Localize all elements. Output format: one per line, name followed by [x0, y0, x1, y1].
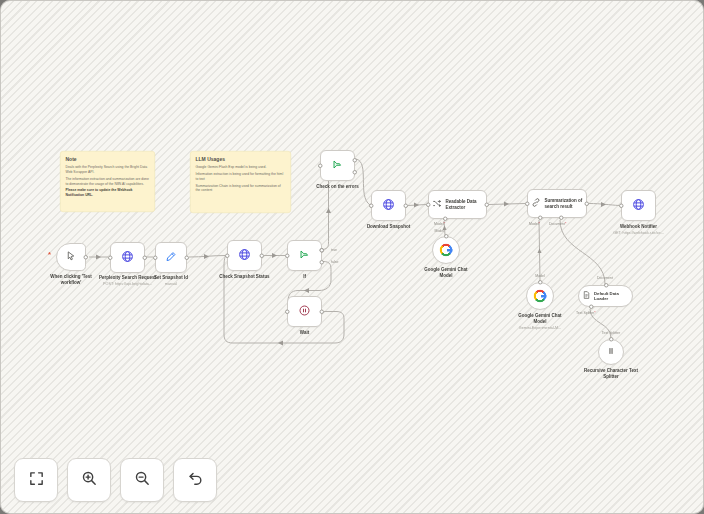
port-label-model: Model* [529, 222, 540, 226]
edge-label-false: false [331, 260, 338, 264]
node-perplexity-search-request[interactable] [110, 242, 145, 273]
zoom-to-fit-icon [28, 470, 45, 490]
output-port[interactable] [538, 280, 543, 285]
globe-icon [121, 250, 134, 265]
node-label: Recursive Character Text Splitter [584, 368, 639, 380]
input-port[interactable] [369, 203, 374, 208]
node-label: If [275, 274, 335, 280]
input-port[interactable] [619, 203, 624, 208]
node-label: When clicking 'Test workflow' [41, 274, 101, 286]
node-summarization-of-search-result[interactable]: Summarization of search result [527, 189, 587, 218]
input-port[interactable] [285, 253, 290, 258]
node-manual-trigger[interactable] [56, 243, 86, 271]
output-port[interactable] [604, 283, 609, 288]
output-port[interactable] [185, 255, 190, 260]
node-set-snapshot-id[interactable] [155, 242, 187, 273]
split-bars-icon [606, 346, 616, 358]
edge-loader-chain[interactable] [560, 220, 605, 284]
port-label-document: Document* [549, 222, 566, 226]
node-google-gemini-chat-model[interactable] [526, 282, 554, 310]
undo-icon [187, 470, 204, 490]
edge-arrow [538, 249, 542, 254]
port-label-model: Model* [434, 222, 445, 226]
sticky-note-text: Deals with the Perplexity Search using t… [66, 164, 150, 174]
output-port-false[interactable] [353, 170, 358, 175]
node-check-on-the-errors[interactable] [320, 150, 355, 181]
input-port[interactable] [108, 255, 113, 260]
node-label: Google Gemini Chat Model [419, 267, 474, 279]
output-port[interactable] [404, 203, 409, 208]
input-port[interactable] [225, 253, 230, 258]
edge-arrow [96, 255, 101, 260]
input-port[interactable] [318, 163, 323, 168]
model-port[interactable] [538, 216, 543, 221]
input-port[interactable] [426, 202, 431, 207]
globe-icon [238, 248, 251, 263]
sticky-note[interactable]: Note Deals with the Perplexity Search us… [60, 151, 155, 212]
edge-arrow [304, 288, 309, 293]
edge-arrow [272, 253, 277, 258]
edges-layer [0, 0, 704, 514]
model-port[interactable] [443, 217, 448, 222]
output-port-true[interactable] [353, 158, 358, 163]
sticky-note-text: Google Gemini Flash Exp model is being u… [196, 164, 286, 169]
node-label: Download Snapshot [359, 224, 419, 230]
google-g-icon [440, 244, 453, 257]
node-label: Wait [275, 330, 335, 336]
node-webhook-notifier[interactable] [621, 190, 656, 221]
output-port-false[interactable] [320, 260, 325, 265]
zoom-out-button[interactable] [120, 458, 164, 502]
edge-arrow [414, 203, 419, 208]
node-recursive-character-text-splitter[interactable] [598, 339, 624, 365]
workflow-canvas[interactable]: Note Deals with the Perplexity Search us… [0, 0, 704, 514]
output-port[interactable] [260, 253, 265, 258]
filter-icon [299, 249, 311, 263]
sticky-note-title: LLM Usages [196, 156, 286, 162]
edge-arrow [504, 202, 509, 207]
undo-button[interactable] [173, 458, 217, 502]
node-wait[interactable] [287, 296, 322, 327]
output-port[interactable] [585, 201, 590, 206]
document-port[interactable] [559, 216, 564, 221]
node-default-data-loader[interactable]: Default Data Loader [578, 285, 633, 307]
edge-label-true: true [331, 248, 337, 252]
sticky-note-text: Summarization Chain is being used for su… [196, 183, 286, 193]
output-port[interactable] [320, 309, 325, 314]
document-icon [582, 291, 591, 302]
zoom-to-fit-button[interactable] [14, 458, 58, 502]
sticky-note[interactable]: LLM Usages Google Gemini Flash Exp model… [190, 151, 291, 213]
sticky-note-text: Please make sure to update the Webhook N… [66, 188, 150, 198]
sticky-note-title: Note [66, 156, 150, 162]
canvas-toolbar [14, 458, 217, 502]
zoom-out-icon [134, 470, 151, 490]
zoom-in-button[interactable] [67, 458, 111, 502]
node-inline-label: Summarization of search result [545, 198, 584, 209]
output-port[interactable] [485, 202, 490, 207]
output-port-true[interactable] [320, 248, 325, 253]
node-label: Google Gemini Chat Model Gemini-Experime… [513, 313, 568, 330]
node-label: Webhook Notifier GET: https://webhook.si… [609, 224, 669, 235]
edge-arrow [278, 341, 283, 346]
chain-link-icon [531, 198, 541, 210]
pause-clock-icon [299, 305, 311, 319]
google-g-icon [534, 290, 547, 303]
filter-icon [332, 159, 344, 173]
input-port[interactable] [285, 309, 290, 314]
edge-label-model: Model [435, 229, 445, 233]
node-download-snapshot[interactable] [371, 190, 406, 221]
input-port[interactable] [525, 201, 530, 206]
output-port[interactable] [444, 234, 449, 239]
globe-icon [382, 198, 395, 213]
extract-arrows-icon [432, 199, 442, 211]
node-readable-data-extractor[interactable]: Readable Data Extractor [428, 190, 487, 219]
node-google-gemini-chat-model[interactable] [432, 236, 460, 264]
input-port[interactable] [153, 255, 158, 260]
output-port[interactable] [143, 255, 148, 260]
output-port[interactable] [84, 255, 89, 260]
edge-label-text-splitter: Text Splitter [598, 331, 624, 335]
node-check-snapshot-status[interactable] [227, 240, 262, 271]
output-port[interactable] [609, 337, 614, 342]
text-splitter-port[interactable] [589, 305, 594, 310]
node-if[interactable] [287, 240, 322, 271]
edge-checkerrors-download[interactable] [356, 159, 370, 205]
